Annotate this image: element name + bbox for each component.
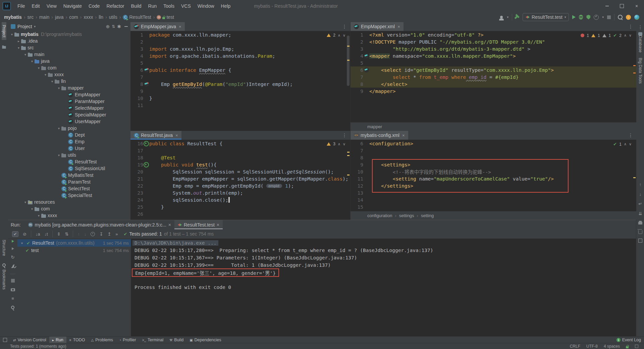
project-tree-item-specialmapper[interactable]: SpecialMapper <box>8 111 130 118</box>
inspection-widget[interactable]: 111✔2∧∨ <box>581 33 632 38</box>
run-tab-resulttest-test[interactable]: ResultTest.test× <box>174 220 223 229</box>
menu-edit[interactable]: Edit <box>29 0 43 12</box>
hide-panel-icon[interactable] <box>124 26 128 27</box>
breadcrumb-item-xxxx[interactable]: xxxx <box>84 14 93 20</box>
show-passed-icon[interactable]: ✔ <box>12 231 18 237</box>
inspection-widget[interactable]: 2∧∨ <box>327 33 345 38</box>
breadcrumb-item-setting[interactable]: setting <box>421 213 434 218</box>
tree-expand-icon[interactable]: ▾ <box>9 33 14 36</box>
tree-expand-icon[interactable]: ▾ <box>50 80 55 83</box>
soft-wrap-icon[interactable]: ↵ <box>639 201 642 206</box>
debug-button[interactable] <box>579 15 583 19</box>
breadcrumb-item-mybatis[interactable]: mybatis <box>4 14 22 20</box>
lock-icon[interactable] <box>626 346 629 348</box>
project-panel-title[interactable]: Project <box>17 24 32 29</box>
toolwindow-button-terminal[interactable]: >_Terminal <box>139 337 167 343</box>
locate-file-icon[interactable]: ⊕ <box>106 24 110 29</box>
close-tab-icon[interactable]: × <box>402 133 405 138</box>
structure-stripe-tab[interactable]: Structure <box>2 237 6 259</box>
user-dropdown-icon[interactable]: ▾ <box>507 15 509 19</box>
project-tree-item-java[interactable]: ▾java <box>8 58 130 64</box>
previous-problem-icon[interactable]: ∧ <box>338 142 340 146</box>
coverage-button[interactable] <box>586 15 590 19</box>
bookmarks-stripe-tab[interactable]: Bookmarks <box>2 267 6 292</box>
project-tree-item-selectmapper[interactable]: SelectMapper <box>8 105 130 111</box>
project-tree-item-emp[interactable]: CEmp <box>8 138 130 145</box>
test-tree-item-test[interactable]: ✔test1 sec 754 ms <box>17 247 131 254</box>
search-everywhere-icon[interactable] <box>618 15 623 19</box>
close-tab-icon[interactable]: × <box>168 222 171 228</box>
run-button[interactable] <box>572 15 576 19</box>
collapse-all-icon[interactable]: ⇅ <box>65 232 69 237</box>
show-ignored-icon[interactable]: ⊘ <box>23 232 26 237</box>
memory-snapshot-button[interactable] <box>11 288 15 291</box>
editor-options-icon[interactable]: ⋮ <box>342 133 350 138</box>
tree-expand-icon[interactable]: ▾ <box>30 207 35 211</box>
test-history-icon[interactable] <box>91 232 95 236</box>
tree-expand-icon[interactable]: ▾ <box>16 46 21 50</box>
tree-expand-icon[interactable]: ▾ <box>36 214 41 217</box>
editor-tab-mybatis-config.xml[interactable]: <>mybatis-config.xml× <box>351 131 408 140</box>
close-button[interactable]: × <box>629 0 644 12</box>
maximize-button[interactable] <box>614 0 629 12</box>
menu-run[interactable]: Run <box>145 0 160 12</box>
next-problem-icon[interactable]: ∨ <box>343 142 345 146</box>
project-tree-item-mybatis[interactable]: ▾mybatisD:\program\mybatis <box>8 31 130 38</box>
clear-all-icon[interactable] <box>638 230 642 234</box>
bookmark-pin-icon[interactable] <box>2 263 6 267</box>
profiler-dropdown-icon[interactable]: ▾ <box>602 15 604 19</box>
project-tree-item-empmapper[interactable]: EmpMapper <box>8 91 130 98</box>
run-configuration-select[interactable]: ResultTest.test ▾ <box>523 13 569 21</box>
project-tree-item-mybatistest[interactable]: CMyBatisTest <box>8 172 130 179</box>
project-tree-item-resources[interactable]: ▾resources <box>8 199 130 205</box>
sort-alphabetically-icon[interactable]: ↓a <box>36 232 40 237</box>
breadcrumb-item-lln[interactable]: lln <box>99 14 103 20</box>
editor-options-icon[interactable]: ⋮ <box>628 24 636 29</box>
breadcrumb-item-main[interactable]: main <box>39 14 49 20</box>
breadcrumb-item-test[interactable]: test <box>166 14 174 20</box>
menu-refactor[interactable]: Refactor <box>103 0 128 12</box>
project-tree-item-specialtest[interactable]: CSpecialTest <box>8 192 130 199</box>
debug-tests-button[interactable] <box>12 247 14 250</box>
toolwindow-button-version-control[interactable]: ⇄Version Control <box>10 337 49 343</box>
scroll-to-end-icon[interactable]: ⇊ <box>639 211 642 216</box>
toolwindow-button-todo[interactable]: ≡TODO <box>66 337 88 343</box>
code-area[interactable]: 6<configuration>789 <settings>10 <!--将表中… <box>351 140 636 211</box>
previous-problem-icon[interactable]: ∧ <box>624 142 627 146</box>
menu-window[interactable]: Window <box>194 0 218 12</box>
rerun-tests-button[interactable] <box>12 240 14 243</box>
breadcrumb-item-settings[interactable]: settings <box>399 213 414 218</box>
inspection-widget[interactable]: ✔1∧∨ <box>613 142 632 147</box>
code-area[interactable]: 1package com.xxxx.lln.mapper;23import co… <box>130 31 350 131</box>
breadcrumb-item-java[interactable]: java <box>55 14 64 20</box>
menu-file[interactable]: File <box>14 0 29 12</box>
next-problem-icon[interactable]: ∨ <box>629 33 632 38</box>
editor-breadcrumb[interactable]: configuration›settings›setting <box>351 211 636 220</box>
tree-expand-icon[interactable]: ▾ <box>56 86 61 90</box>
breadcrumb-item-src[interactable]: src <box>28 14 34 20</box>
test-settings-button[interactable] <box>11 265 14 268</box>
project-tree-item-xxxx[interactable]: ▾xxxx <box>8 71 130 78</box>
project-tree-item-com[interactable]: ▾com <box>8 64 130 71</box>
project-tree-item-parammapper[interactable]: ParamMapper <box>8 98 130 105</box>
build-hammer-icon[interactable] <box>515 15 519 19</box>
project-view-dropdown-icon[interactable]: ▾ <box>34 25 36 28</box>
more-actions-icon[interactable]: » <box>115 232 118 237</box>
pin-tab-button[interactable] <box>11 306 14 309</box>
close-tab-icon[interactable]: × <box>179 24 181 29</box>
breadcrumb-item-mapper[interactable]: mapper <box>367 124 382 129</box>
tree-expand-icon[interactable]: ▾ <box>36 66 41 70</box>
layout-icon[interactable] <box>638 239 642 243</box>
tree-expand-icon[interactable]: ▸ <box>16 39 21 43</box>
project-tree-item-pojo[interactable]: ▾pojo <box>8 125 130 132</box>
print-icon[interactable] <box>638 222 642 225</box>
menu-build[interactable]: Build <box>127 0 145 12</box>
indent-indicator[interactable]: 4 spaces <box>604 344 620 349</box>
breadcrumb-item-com[interactable]: com <box>69 14 78 20</box>
event-log-button[interactable]: 1 Event Log <box>613 337 644 343</box>
editor-tab-empmapper.java[interactable]: EmpMapper.java× <box>130 22 185 31</box>
project-tree-item-sqlsessionutil[interactable]: CSqlSessionUtil <box>8 165 130 172</box>
tool-windows-icon[interactable] <box>0 337 10 343</box>
code-with-me-icon[interactable] <box>634 15 639 20</box>
import-test-results-icon[interactable]: ↧ <box>99 232 103 237</box>
